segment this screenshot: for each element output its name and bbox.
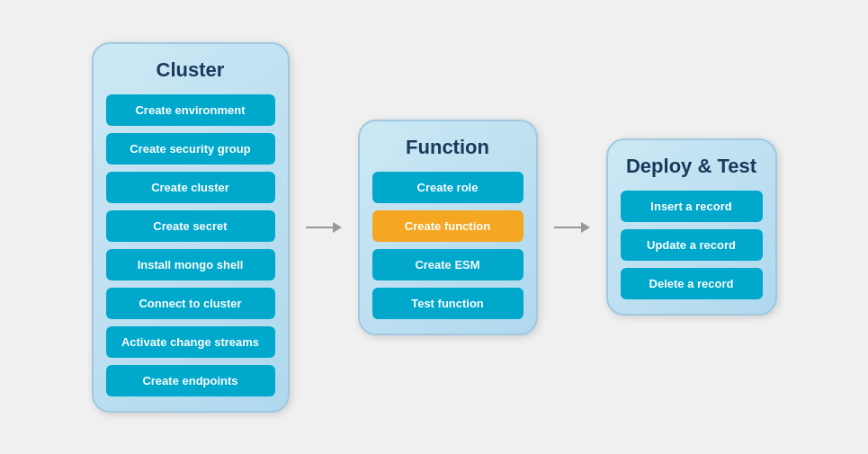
btn-cluster-5[interactable]: Connect to cluster [106, 288, 275, 319]
panel-deploy-title: Deploy & Test [626, 155, 756, 178]
btn-cluster-4[interactable]: Install mongo shell [106, 249, 275, 280]
panel-function-list: Create roleCreate functionCreate ESMTest… [372, 172, 523, 319]
btn-cluster-7[interactable]: Create endpoints [106, 365, 275, 396]
arrow-1 [290, 217, 358, 238]
svg-marker-1 [333, 222, 342, 233]
btn-function-1[interactable]: Create function [372, 210, 523, 242]
btn-function-0[interactable]: Create role [372, 172, 523, 203]
btn-deploy-2[interactable]: Delete a record [621, 268, 763, 299]
btn-function-2[interactable]: Create ESM [372, 249, 523, 280]
diagram-container: ClusterCreate environmentCreate security… [74, 24, 795, 431]
svg-marker-3 [581, 222, 590, 233]
btn-cluster-6[interactable]: Activate change streams [106, 326, 275, 358]
btn-cluster-3[interactable]: Create secret [106, 210, 275, 242]
btn-deploy-0[interactable]: Insert a record [621, 191, 763, 222]
btn-cluster-1[interactable]: Create security group [106, 133, 275, 165]
panel-function-title: Function [406, 136, 489, 159]
panel-deploy-list: Insert a recordUpdate a recordDelete a r… [621, 191, 763, 299]
panel-cluster-list: Create environmentCreate security groupC… [106, 94, 275, 396]
panel-cluster: ClusterCreate environmentCreate security… [92, 42, 290, 413]
panel-function: FunctionCreate roleCreate functionCreate… [358, 120, 538, 335]
arrow-2 [538, 217, 606, 238]
btn-cluster-0[interactable]: Create environment [106, 94, 275, 126]
btn-deploy-1[interactable]: Update a record [621, 229, 763, 261]
panel-cluster-title: Cluster [157, 58, 225, 82]
btn-function-3[interactable]: Test function [372, 288, 523, 319]
btn-cluster-2[interactable]: Create cluster [106, 172, 275, 203]
panel-deploy: Deploy & TestInsert a recordUpdate a rec… [606, 138, 777, 316]
